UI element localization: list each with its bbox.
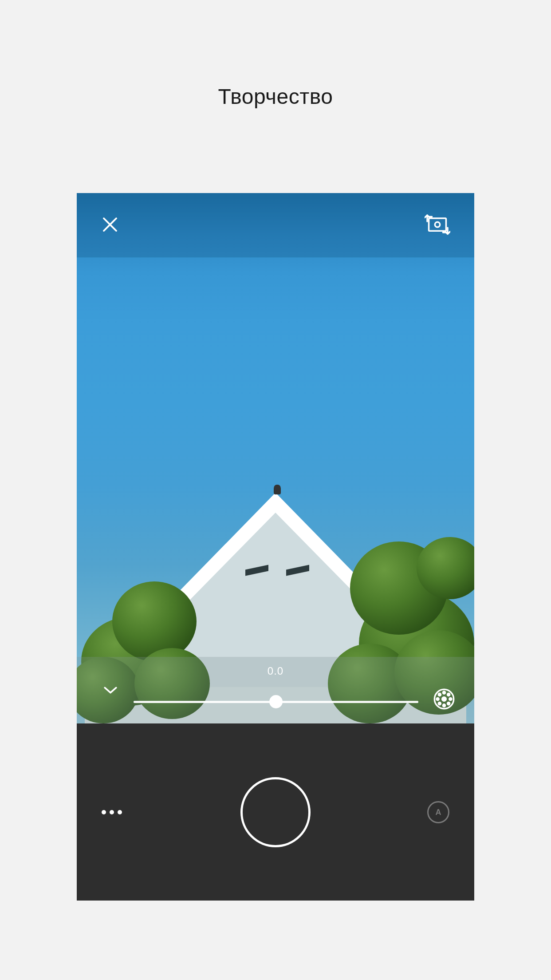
svg-point-5: [442, 697, 446, 701]
svg-point-7: [443, 704, 445, 707]
slider-value-label: 0.0: [268, 665, 283, 677]
slider-thumb[interactable]: [269, 695, 283, 708]
camera-top-bar: [77, 193, 474, 257]
more-icon[interactable]: [102, 810, 122, 814]
collapse-slider-icon[interactable]: [101, 680, 120, 700]
svg-rect-2: [429, 218, 446, 230]
exposure-slider-strip: 0.0: [77, 657, 474, 723]
mode-toggle-button[interactable]: A: [427, 801, 449, 823]
camera-viewfinder[interactable]: 0.0: [77, 193, 474, 723]
page-title: Творчество: [218, 84, 333, 109]
camera-bottom-bar: A: [77, 724, 474, 901]
close-icon[interactable]: [101, 215, 119, 236]
svg-point-10: [438, 693, 441, 695]
svg-point-6: [443, 692, 445, 694]
svg-point-8: [437, 698, 439, 700]
camera-app-frame: 0.0: [77, 193, 474, 901]
exposure-slider[interactable]: [134, 701, 418, 703]
switch-camera-icon[interactable]: [425, 214, 450, 237]
svg-point-3: [435, 222, 440, 227]
svg-point-13: [448, 703, 450, 705]
shutter-button[interactable]: [240, 777, 311, 847]
filter-wheel-icon[interactable]: [432, 687, 457, 711]
mode-label: A: [436, 808, 441, 817]
svg-point-11: [448, 693, 450, 695]
svg-point-9: [449, 698, 452, 700]
svg-point-12: [438, 703, 441, 705]
